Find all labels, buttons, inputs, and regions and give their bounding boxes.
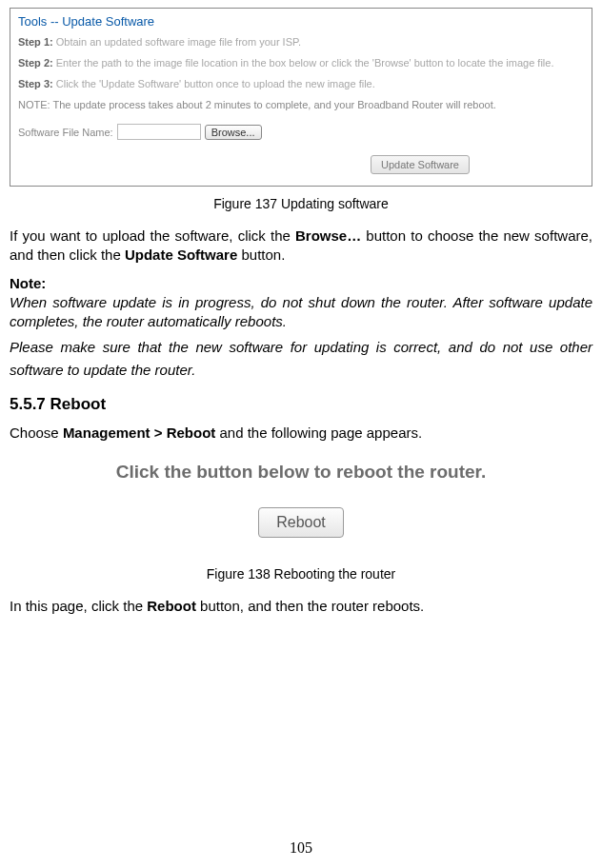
page-number: 105 xyxy=(0,839,602,857)
step-2: Step 2: Enter the path to the image file… xyxy=(18,57,584,69)
step-1-text: Obtain an updated software image file fr… xyxy=(56,36,301,48)
note-heading: Note: xyxy=(10,275,592,291)
upload-text-bold2: Update Software xyxy=(125,247,237,263)
reboot-intro-post: and the following page appears. xyxy=(215,424,422,441)
step-3-label: Step 3: xyxy=(18,78,53,89)
reboot-button[interactable]: Reboot xyxy=(258,507,344,538)
panel-note: NOTE: The update process takes about 2 m… xyxy=(18,99,584,110)
upload-text-post: button. xyxy=(237,247,285,263)
step-1-label: Step 1: xyxy=(18,36,53,48)
step-1: Step 1: Obtain an updated software image… xyxy=(18,36,584,48)
reboot-panel-title: Click the button below to reboot the rou… xyxy=(10,462,592,483)
file-input[interactable] xyxy=(117,124,201,140)
reboot-panel: Click the button below to reboot the rou… xyxy=(10,454,592,557)
browse-button[interactable]: Browse... xyxy=(205,125,262,140)
file-label: Software File Name: xyxy=(18,127,113,138)
note-body-2: Please make sure that the new software f… xyxy=(10,336,592,382)
update-software-panel: Tools -- Update Software Step 1: Obtain … xyxy=(10,8,592,187)
step-2-text: Enter the path to the image file locatio… xyxy=(56,57,554,69)
reboot-use-pre: In this page, click the xyxy=(10,598,147,614)
section-5-5-7-heading: 5.5.7 Reboot xyxy=(10,395,592,414)
update-software-button[interactable]: Update Software xyxy=(371,155,470,174)
upload-paragraph: If you want to upload the software, clic… xyxy=(10,227,592,264)
reboot-button-wrap: Reboot xyxy=(10,507,592,538)
update-row: Update Software xyxy=(18,153,584,176)
reboot-usage: In this page, click the Reboot button, a… xyxy=(10,597,592,616)
step-2-label: Step 2: xyxy=(18,57,53,69)
reboot-intro: Choose Management > Reboot and the follo… xyxy=(10,424,592,443)
upload-text-bold1: Browse… xyxy=(295,227,361,244)
reboot-use-bold: Reboot xyxy=(147,598,196,614)
reboot-intro-bold: Management > Reboot xyxy=(63,424,215,441)
reboot-intro-pre: Choose xyxy=(10,424,63,441)
step-3-text: Click the 'Update Software' button once … xyxy=(56,78,375,89)
note-body-1: When software update is in progress, do … xyxy=(10,293,592,330)
reboot-use-post: button, and then the router reboots. xyxy=(196,598,424,614)
step-3: Step 3: Click the 'Update Software' butt… xyxy=(18,78,584,89)
upload-text-pre: If you want to upload the software, clic… xyxy=(10,227,295,244)
panel-title: Tools -- Update Software xyxy=(18,14,584,29)
figure-137-caption: Figure 137 Updating software xyxy=(10,196,592,211)
figure-138-caption: Figure 138 Rebooting the router xyxy=(10,566,592,582)
file-row: Software File Name: Browse... xyxy=(18,124,584,140)
